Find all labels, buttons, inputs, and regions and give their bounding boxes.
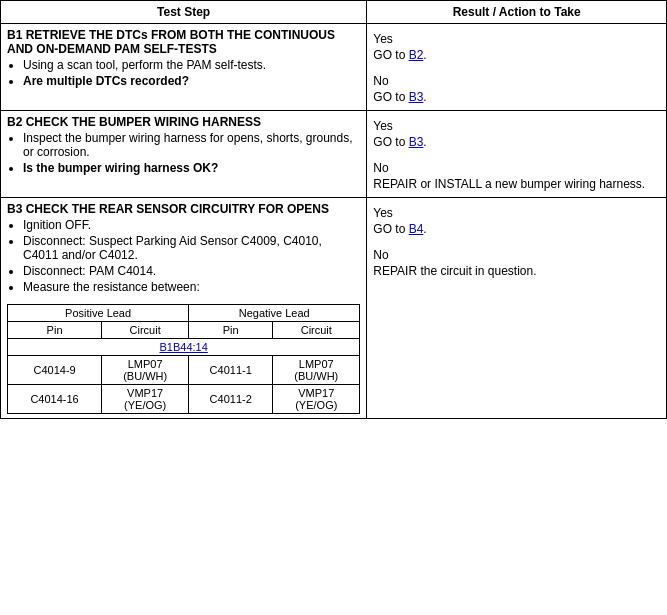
row2-pos-pin: C4014-16	[8, 385, 102, 414]
list-item: Is the bumper wiring harness OK?	[23, 161, 360, 175]
row1-pos-pin: C4014-9	[8, 356, 102, 385]
header-result: Result / Action to Take	[367, 1, 667, 24]
list-item: Measure the resistance between:	[23, 280, 360, 294]
row2-pos-circuit: VMP17(YE/OG)	[102, 385, 189, 414]
list-item: Using a scan tool, perform the PAM self-…	[23, 58, 360, 72]
no-action: GO to B3.	[373, 90, 660, 104]
list-item: Ignition OFF.	[23, 218, 360, 232]
b3-bullets: Ignition OFF. Disconnect: Suspect Parkin…	[23, 216, 360, 298]
no-label: No	[373, 161, 660, 175]
yes-label: Yes	[373, 206, 660, 220]
b3-no-block: No REPAIR the circuit in question.	[373, 248, 660, 278]
bold-text: Are multiple DTCs recorded?	[23, 74, 189, 88]
list-item: Disconnect: Suspect Parking Aid Sensor C…	[23, 234, 360, 262]
list-item: Inspect the bumper wiring harness for op…	[23, 131, 360, 159]
bold-text: Is the bumper wiring harness OK?	[23, 161, 218, 175]
neg-lead-header: Negative Lead	[189, 305, 360, 322]
no-action: REPAIR the circuit in question.	[373, 264, 660, 278]
b3-yes-block: Yes GO to B4.	[373, 206, 660, 236]
b2-result-cell: Yes GO to B3. No REPAIR or INSTALL a new…	[367, 111, 667, 198]
row1-pos-circuit: LMP07(BU/WH)	[102, 356, 189, 385]
b3-header: B3 CHECK THE REAR SENSOR CIRCUITRY FOR O…	[7, 202, 360, 216]
row2-neg-pin: C4011-2	[189, 385, 273, 414]
b2-step-cell: B2 CHECK THE BUMPER WIRING HARNESS Inspe…	[1, 111, 367, 198]
header-test-step: Test Step	[1, 1, 367, 24]
b4-link[interactable]: B4	[409, 222, 424, 236]
row1-neg-pin: C4011-1	[189, 356, 273, 385]
b1-yes-block: Yes GO to B2.	[373, 32, 660, 62]
b1-result-cell: Yes GO to B2. No GO to B3.	[367, 24, 667, 111]
table-row: B1 RETRIEVE THE DTCs FROM BOTH THE CONTI…	[1, 24, 667, 111]
pos-lead-header: Positive Lead	[8, 305, 189, 322]
table-row: B2 CHECK THE BUMPER WIRING HARNESS Inspe…	[1, 111, 667, 198]
no-label: No	[373, 74, 660, 88]
b1-header: B1 RETRIEVE THE DTCs FROM BOTH THE CONTI…	[7, 28, 360, 56]
b1b44-row: B1B44:14	[8, 339, 360, 356]
b2-link[interactable]: B2	[409, 48, 424, 62]
b1-bullets: Using a scan tool, perform the PAM self-…	[23, 56, 360, 92]
row2-neg-circuit: VMP17(YE/OG)	[273, 385, 360, 414]
b2-no-block: No REPAIR or INSTALL a new bumper wiring…	[373, 161, 660, 191]
yes-action: GO to B2.	[373, 48, 660, 62]
b1b44-link[interactable]: B1B44:14	[159, 341, 207, 353]
diagnostic-table: Test Step Result / Action to Take B1 RET…	[0, 0, 667, 419]
b2-yes-block: Yes GO to B3.	[373, 119, 660, 149]
b1-no-block: No GO to B3.	[373, 74, 660, 104]
no-action: REPAIR or INSTALL a new bumper wiring ha…	[373, 177, 660, 191]
pos-pin-header: Pin	[8, 322, 102, 339]
b3-link[interactable]: B3	[409, 135, 424, 149]
yes-label: Yes	[373, 32, 660, 46]
neg-pin-header: Pin	[189, 322, 273, 339]
resistance-table: Positive Lead Negative Lead Pin Circuit …	[7, 304, 360, 414]
list-item: Disconnect: PAM C4014.	[23, 264, 360, 278]
b1-step-cell: B1 RETRIEVE THE DTCs FROM BOTH THE CONTI…	[1, 24, 367, 111]
b2-bullets: Inspect the bumper wiring harness for op…	[23, 129, 360, 179]
yes-action: GO to B4.	[373, 222, 660, 236]
no-label: No	[373, 248, 660, 262]
b2-header: B2 CHECK THE BUMPER WIRING HARNESS	[7, 115, 360, 129]
b3-link[interactable]: B3	[409, 90, 424, 104]
table-row: B3 CHECK THE REAR SENSOR CIRCUITRY FOR O…	[1, 198, 667, 419]
list-item: Are multiple DTCs recorded?	[23, 74, 360, 88]
b3-step-cell: B3 CHECK THE REAR SENSOR CIRCUITRY FOR O…	[1, 198, 367, 419]
yes-label: Yes	[373, 119, 660, 133]
b3-result-cell: Yes GO to B4. No REPAIR the circuit in q…	[367, 198, 667, 419]
pos-circuit-header: Circuit	[102, 322, 189, 339]
row1-neg-circuit: LMP07(BU/WH)	[273, 356, 360, 385]
neg-circuit-header: Circuit	[273, 322, 360, 339]
yes-action: GO to B3.	[373, 135, 660, 149]
